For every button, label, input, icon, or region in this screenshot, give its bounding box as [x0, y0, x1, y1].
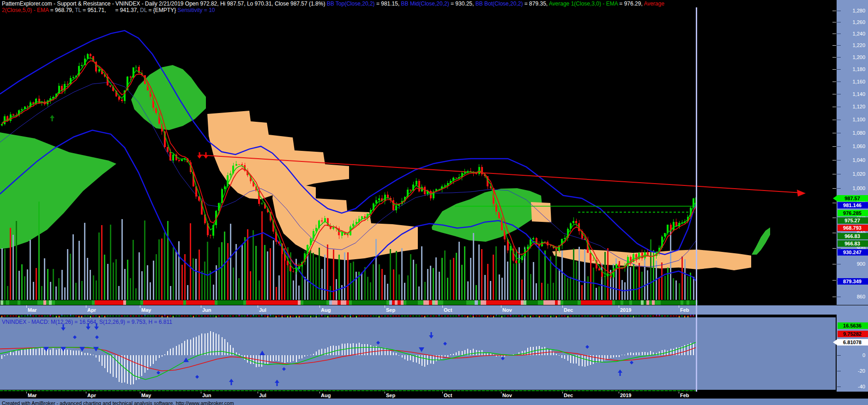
month-tick	[140, 305, 140, 308]
month-tick	[140, 392, 140, 393]
svg-text:1,280: 1,280	[852, 8, 865, 13]
macd-tags: 16.56369.752826.81078	[833, 322, 868, 345]
month-label: Nov	[502, 393, 512, 398]
svg-text:976.285: 976.285	[843, 210, 862, 216]
month-label: Mar	[28, 307, 37, 313]
month-tick	[258, 392, 258, 393]
svg-text:968.793: 968.793	[843, 225, 862, 231]
title-segment: = 879.35,	[523, 0, 549, 7]
title-segment: BB Top(Close,20,2)	[327, 0, 375, 7]
month-label: Oct	[444, 393, 452, 398]
month-tick	[619, 392, 619, 393]
month-label: Apr	[87, 393, 96, 398]
month-label: Sep	[386, 307, 395, 313]
title-segment: Average 1(Close,3,0) - EMA	[549, 0, 618, 7]
month-tick	[501, 392, 501, 393]
svg-text:981.146: 981.146	[843, 202, 862, 208]
month-label: Jul	[259, 307, 266, 313]
month-label: Dec	[564, 393, 573, 398]
svg-text:1,020: 1,020	[852, 171, 865, 177]
title-segment: TL	[75, 7, 81, 13]
title-segment: = 968.79,	[48, 7, 75, 13]
month-label: Sep	[386, 393, 395, 398]
title-segment: DL	[140, 7, 147, 13]
svg-text:1,000: 1,000	[852, 185, 865, 191]
svg-text:1,220: 1,220	[852, 42, 865, 48]
svg-text:1,200: 1,200	[852, 54, 865, 60]
title-segment: = 976.29,	[618, 0, 644, 7]
month-tick	[319, 392, 320, 393]
title-segment: = 930.25,	[449, 0, 476, 7]
month-label: Oct	[444, 307, 452, 313]
month-label: Apr	[87, 307, 96, 313]
svg-text:0: 0	[862, 352, 865, 358]
svg-text:900: 900	[857, 261, 865, 267]
month-tick	[442, 305, 443, 308]
month-tick	[619, 305, 619, 308]
svg-text:-40: -40	[858, 384, 865, 389]
status-bar-text: Created with AmiBroker - advanced charti…	[0, 400, 234, 405]
svg-text:966.83: 966.83	[844, 241, 860, 246]
macd-title-text: VNINDEX - MACD: M(12,26) = 16.564, S(12,…	[0, 319, 172, 325]
macd-pane-title: VNINDEX - MACD: M(12,26) = 16.564, S(12,…	[0, 317, 836, 325]
svg-text:-20: -20	[858, 368, 865, 374]
month-label: Feb	[680, 307, 689, 313]
title-segment: BB Mid(Close,20,2)	[401, 0, 449, 7]
green-dashed-line	[0, 390, 696, 391]
month-label: Aug	[321, 307, 331, 313]
month-tick	[385, 392, 385, 393]
svg-text:860: 860	[857, 294, 865, 299]
title-segment: = 951.71,	[81, 7, 115, 13]
month-label: Jul	[259, 393, 266, 398]
svg-text:966.83: 966.83	[844, 233, 860, 239]
price-chart-svg[interactable]: 1,2801,2601,2401,2201,2001,1801,1601,140…	[0, 0, 868, 317]
month-label: Feb	[680, 393, 689, 398]
svg-text:1,260: 1,260	[852, 19, 865, 25]
month-tick	[562, 392, 563, 393]
price-date-axis: MarAprMayJunJulAugSepOctNovDec2019Feb	[0, 305, 868, 315]
svg-text:1,060: 1,060	[852, 143, 865, 149]
svg-text:987.57: 987.57	[844, 196, 860, 201]
month-tick	[201, 305, 201, 308]
month-tick	[26, 392, 27, 393]
month-label: 2019	[620, 393, 631, 398]
svg-text:930.247: 930.247	[843, 250, 862, 255]
month-label: May	[141, 307, 151, 313]
svg-text:1,080: 1,080	[852, 130, 865, 136]
macd-date-axis: MarAprMayJunJulAugSepOctNovDec2019Feb	[0, 392, 868, 399]
chart-title-line2: 2(Close,5,0) - EMA = 968.79, TL = 951.71…	[2, 7, 215, 13]
month-label: Dec	[564, 307, 573, 313]
month-label: Nov	[502, 307, 512, 313]
svg-text:1,180: 1,180	[852, 66, 865, 72]
svg-text:1,240: 1,240	[852, 31, 865, 36]
month-tick	[258, 305, 258, 308]
title-segment: = 981.15,	[375, 0, 401, 7]
month-label: 2019	[620, 307, 631, 313]
title-segment: = 941.37,	[115, 7, 140, 13]
svg-text:1,100: 1,100	[852, 117, 865, 122]
crosshair-cursor-line	[696, 7, 697, 392]
month-tick	[319, 305, 320, 308]
month-tick	[86, 392, 86, 393]
svg-text:1,160: 1,160	[852, 79, 865, 84]
macd-chart-svg[interactable]: 0-20-4016.56369.752826.81078	[0, 317, 868, 392]
month-label: Aug	[321, 393, 331, 398]
month-label: Jun	[202, 393, 211, 398]
svg-text:16.5636: 16.5636	[843, 323, 862, 328]
month-tick	[562, 305, 563, 308]
svg-text:975.27: 975.27	[844, 218, 860, 223]
month-tick	[26, 305, 27, 308]
title-segment: 2(Close,5,0) - EMA	[2, 7, 48, 13]
title-segment: Sensitivity = 10	[178, 7, 215, 13]
svg-text:1,040: 1,040	[852, 157, 865, 163]
month-label: Mar	[28, 393, 37, 398]
month-tick	[86, 305, 86, 308]
month-tick	[679, 305, 679, 308]
title-segment: BB Bot(Close,20,2)	[476, 0, 523, 7]
month-tick	[679, 392, 679, 393]
svg-text:9.75282: 9.75282	[843, 331, 862, 337]
month-tick	[501, 305, 501, 308]
title-segment: Average	[644, 0, 664, 7]
month-label: Jun	[202, 307, 211, 313]
amibroker-window: 1,2801,2601,2401,2201,2001,1801,1601,140…	[0, 0, 868, 405]
